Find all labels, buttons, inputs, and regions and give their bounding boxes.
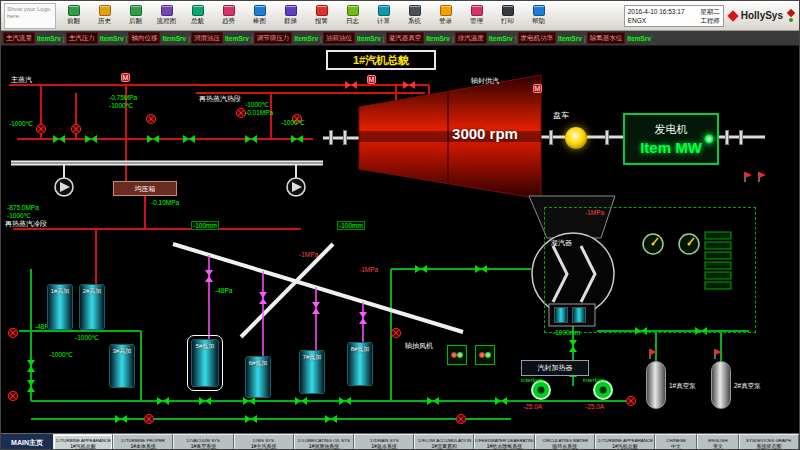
motor-valve-icon[interactable]: M <box>121 73 130 82</box>
toolbar-button[interactable]: 打印 <box>492 5 523 26</box>
toolbar-button[interactable]: 流程图 <box>151 5 182 26</box>
nav-page-button[interactable]: CIRCULATING WATER循环水系统 <box>535 434 595 450</box>
valve-icon[interactable] <box>339 397 351 405</box>
nav-language-button[interactable]: ENGLISH英文 <box>697 434 739 450</box>
toolbar-button[interactable]: 前翻 <box>58 5 89 26</box>
valve-icon[interactable] <box>245 135 257 143</box>
turning-gear-icon[interactable] <box>565 127 587 149</box>
nav-page-button[interactable]: 1#TURBINE PROPER1#本体系统 <box>113 434 173 450</box>
closed-valve-indicator-icon[interactable] <box>147 115 156 124</box>
motor-valve-icon[interactable]: M <box>367 75 376 84</box>
ticker-tag-label[interactable]: 润滑油压 <box>191 32 223 44</box>
heater-1#高加[interactable]: 1#高加 <box>47 284 73 330</box>
nav-language-button[interactable]: SYSDEVICES GRAPH系统状态图 <box>739 434 799 450</box>
valve-icon[interactable] <box>53 135 65 143</box>
closed-valve-indicator-icon[interactable] <box>9 392 18 401</box>
toolbar-button[interactable]: 登录 <box>430 5 461 26</box>
toolbar-button[interactable]: 趋势 <box>213 5 244 26</box>
toolbar-button[interactable]: 后翻 <box>120 5 151 26</box>
valve-icon[interactable] <box>415 265 427 273</box>
valve-icon[interactable] <box>205 270 213 282</box>
toolbar-button[interactable]: 棒图 <box>244 5 275 26</box>
vacuum-pump-tank[interactable] <box>646 361 666 409</box>
vacuum-pump-tank[interactable] <box>711 361 731 409</box>
toolbar-button[interactable]: 帮助 <box>523 5 554 26</box>
ticker-tag-label[interactable]: 排汽温度 <box>455 32 487 44</box>
valve-icon[interactable] <box>325 415 337 423</box>
toolbar-button-icon <box>285 5 297 16</box>
heater-6#低加[interactable]: 6#低加 <box>245 356 271 398</box>
nav-page-button[interactable]: 1#MS SYS1#主汽系统 <box>234 434 294 450</box>
heater-5#低加[interactable]: 5#低加 <box>191 339 219 387</box>
motor-valve-icon[interactable]: M <box>533 84 542 93</box>
valve-icon[interactable] <box>27 380 35 392</box>
condensate-pump-icon[interactable] <box>532 381 550 399</box>
valve-icon[interactable] <box>243 397 255 405</box>
valve-icon[interactable] <box>569 340 577 352</box>
ticker-tag-label[interactable]: 除氧器水位 <box>587 32 626 44</box>
shaft-exhaust-fan-icon[interactable] <box>475 345 495 365</box>
nav-page-button[interactable]: 1#TURBINE APPEARANCE1#汽机总貌 <box>53 434 113 450</box>
closed-valve-indicator-icon[interactable] <box>627 397 636 406</box>
pump-icon[interactable] <box>55 178 73 196</box>
ticker-tag-label[interactable]: 凝汽器真空 <box>386 32 425 44</box>
condensate-pump-icon[interactable] <box>594 381 612 399</box>
ticker-separator: | <box>126 35 128 42</box>
heater-8#低加[interactable]: 8#低加 <box>347 342 373 386</box>
valve-icon[interactable] <box>295 397 307 405</box>
toolbar-button[interactable]: 总貌 <box>182 5 213 26</box>
toolbar-button[interactable]: 计算 <box>368 5 399 26</box>
valve-icon[interactable] <box>27 360 35 372</box>
closed-valve-indicator-icon[interactable] <box>72 125 81 134</box>
toolbar-button[interactable]: 系统 <box>399 5 430 26</box>
toolbar-button[interactable]: 群操 <box>275 5 306 26</box>
valve-icon[interactable] <box>115 415 127 423</box>
nav-page-button[interactable]: 1#TURBINE APPEARANCE1#汽机总貌 <box>595 434 655 450</box>
equipment-box[interactable]: 均压箱 <box>113 181 177 196</box>
valve-icon[interactable] <box>475 265 487 273</box>
valve-icon[interactable] <box>495 397 507 405</box>
ticker-tag-label[interactable]: 油箱油位 <box>323 32 355 44</box>
nav-page-button[interactable]: 1#FLOW ACCUMULATION1#流量累积 <box>414 434 474 450</box>
heater-2#高加[interactable]: 2#高加 <box>79 284 105 330</box>
equipment-box[interactable]: 汽封加热器 <box>521 360 589 376</box>
heater-3#高加[interactable]: 3#高加 <box>109 344 135 388</box>
valve-icon[interactable] <box>359 312 367 324</box>
closed-valve-indicator-icon[interactable] <box>9 329 18 338</box>
toolbar-button[interactable]: 管理 <box>461 5 492 26</box>
valve-icon[interactable] <box>147 135 159 143</box>
valve-icon[interactable] <box>403 81 415 89</box>
nav-main-button[interactable]: MAIN主页 <box>1 434 53 450</box>
nav-page-button[interactable]: 1#LUBRICATING OIL SYS1#润滑油系统 <box>294 434 354 450</box>
ticker-tag-label[interactable]: 轴向位移 <box>128 32 160 44</box>
closed-valve-indicator-icon[interactable] <box>37 125 46 134</box>
valve-icon[interactable] <box>245 415 257 423</box>
nav-page-button[interactable]: 1#FEEDWATER DEAERATING1#给水除氧系统 <box>474 434 534 450</box>
shaft-exhaust-fan-icon[interactable] <box>447 345 467 365</box>
valve-icon[interactable] <box>291 135 303 143</box>
valve-icon[interactable] <box>259 292 267 304</box>
toolbar-button[interactable]: 历史 <box>89 5 120 26</box>
pump-icon[interactable] <box>287 178 305 196</box>
valve-icon[interactable] <box>183 135 195 143</box>
valve-icon[interactable] <box>345 81 357 89</box>
valve-icon[interactable] <box>157 397 169 405</box>
closed-valve-indicator-icon[interactable] <box>457 415 466 424</box>
closed-valve-indicator-icon[interactable] <box>392 329 401 338</box>
nav-language-button[interactable]: CHINESE中文 <box>655 434 697 450</box>
ticker-tag-label[interactable]: 主汽流量 <box>3 32 35 44</box>
ticker-tag-label[interactable]: 发电机功率 <box>518 32 557 44</box>
valve-icon[interactable] <box>312 302 320 314</box>
heater-7#低加[interactable]: 7#低加 <box>299 350 325 394</box>
nav-page-button[interactable]: 1#DRAIN SYS1#疏水系统 <box>354 434 414 450</box>
ticker-tag-label[interactable]: 调节级压力 <box>254 32 293 44</box>
valve-icon[interactable] <box>199 397 211 405</box>
valve-icon[interactable] <box>85 135 97 143</box>
generator-block[interactable]: 发电机 Item MW <box>623 113 719 165</box>
toolbar-button[interactable]: 报警 <box>306 5 337 26</box>
toolbar-button[interactable]: 日志 <box>337 5 368 26</box>
nav-page-button[interactable]: 1#VACUUM SYS1#真空系统 <box>173 434 233 450</box>
closed-valve-indicator-icon[interactable] <box>145 415 154 424</box>
valve-icon[interactable] <box>427 397 439 405</box>
ticker-tag-label[interactable]: 主汽压力 <box>66 32 98 44</box>
